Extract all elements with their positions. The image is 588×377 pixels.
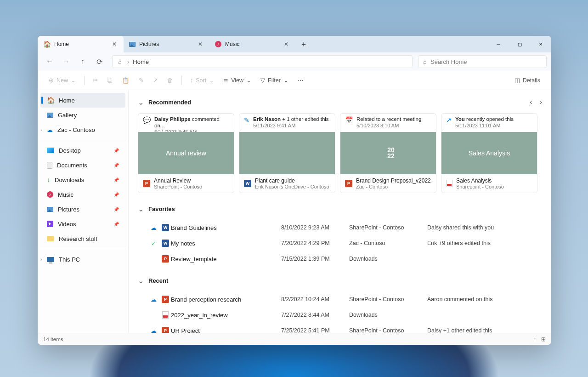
view-button[interactable]: ≣ View ⌄	[220, 74, 255, 87]
powerpoint-icon: P	[345, 180, 352, 187]
search-icon: ⌕	[423, 58, 427, 65]
file-row[interactable]: ☁WBrand Guidelines8/10/2022 9:23 AMShare…	[138, 220, 542, 235]
maximize-button[interactable]: ▢	[509, 36, 530, 52]
chevron-down-icon[interactable]: ⌄	[138, 205, 144, 213]
file-location: SharePoint - Contoso	[349, 327, 427, 333]
recommended-card[interactable]: 💬Daisy Philipps commented on...5/11/2023…	[138, 113, 234, 193]
music-icon: ♪	[215, 41, 221, 47]
card-title: Sales Analysis	[456, 177, 504, 184]
pictures-icon	[47, 207, 53, 212]
next-button[interactable]: ›	[540, 98, 542, 106]
file-row[interactable]: 2022_year_in_review7/27/2022 8:44 AMDown…	[138, 307, 542, 323]
search-input[interactable]: ⌕ Search Home	[418, 55, 547, 68]
pin-icon[interactable]: 📌	[113, 148, 119, 153]
word-icon: W	[162, 224, 169, 231]
pdf-icon	[446, 180, 452, 187]
sort-button[interactable]: ↕ Sort ⌄	[187, 74, 218, 87]
minimize-button[interactable]: ─	[488, 36, 509, 52]
tab-music[interactable]: ♪ Music ✕	[209, 36, 295, 52]
delete-button[interactable]: 🗑	[164, 74, 177, 87]
sidebar-item-research-stuff[interactable]: Research stuff	[40, 231, 125, 246]
pin-icon[interactable]: 📌	[113, 207, 119, 212]
sidebar-item-gallery[interactable]: Gallery	[40, 108, 125, 122]
music-icon: ♪	[47, 191, 53, 198]
chevron-right-icon[interactable]: ›	[40, 257, 42, 262]
file-row[interactable]: ☁PBrand perception research8/2/2022 10:2…	[138, 291, 542, 307]
rename-button[interactable]: ✎	[135, 74, 147, 87]
recommended-card[interactable]: ✎Erik Nason + 1 other edited this5/11/20…	[239, 113, 335, 193]
file-location: SharePoint - Contoso	[349, 296, 427, 303]
pin-icon[interactable]: 📌	[113, 192, 119, 197]
powerpoint-icon: P	[162, 327, 169, 333]
sidebar-item-zac-contoso[interactable]: ›☁Zac - Contoso	[40, 122, 125, 137]
sidebar-item-label: Downloads	[55, 177, 84, 183]
file-location: SharePoint - Contoso	[349, 224, 427, 231]
list-view-button[interactable]: ≡	[533, 336, 537, 343]
pin-icon[interactable]: 📌	[113, 177, 119, 183]
recommended-card[interactable]: 📅Related to a recent meeting5/10/2023 8:…	[340, 113, 436, 193]
tab-pictures[interactable]: Pictures ✕	[124, 36, 209, 52]
refresh-button[interactable]: ⟳	[92, 54, 107, 69]
sidebar: 🏠HomeGallery›☁Zac - Contoso Desktop📌Docu…	[38, 90, 129, 333]
chevron-right-icon[interactable]: ›	[40, 127, 42, 132]
cloud-status-icon: ☁	[151, 224, 157, 231]
sidebar-item-desktop[interactable]: Desktop📌	[40, 143, 125, 158]
cut-button[interactable]: ✂	[89, 74, 102, 87]
new-button[interactable]: ⊕ New ⌄	[45, 74, 79, 87]
label: New	[57, 77, 68, 84]
back-button[interactable]: ←	[42, 54, 57, 69]
filter-button[interactable]: ▽ Filter ⌄	[257, 74, 292, 87]
search-placeholder: Search Home	[430, 58, 467, 65]
view-icon: ≣	[223, 77, 228, 84]
recommended-card[interactable]: ↗You recently opened this5/11/2023 11:01…	[441, 113, 537, 193]
close-icon[interactable]: ✕	[111, 40, 118, 48]
sidebar-item-downloads[interactable]: ↓Downloads📌	[40, 172, 125, 187]
sidebar-item-this-pc[interactable]: ›This PC	[40, 252, 125, 267]
powerpoint-icon: P	[162, 296, 169, 303]
pictures-icon	[47, 113, 53, 118]
cloud-status-icon: ☁	[151, 327, 157, 333]
window-controls: ─ ▢ ✕	[488, 36, 551, 52]
close-icon[interactable]: ✕	[283, 40, 290, 48]
file-row[interactable]: ☁PUR Project7/25/2022 5:41 PMSharePoint …	[138, 323, 542, 333]
tab-label: Music	[225, 41, 239, 47]
sidebar-item-label: Home	[59, 97, 75, 104]
sidebar-item-documents[interactable]: Documents📌	[40, 158, 125, 172]
trash-icon: 🗑	[167, 77, 173, 84]
copy-button[interactable]: ⿻	[103, 74, 117, 87]
file-row[interactable]: ✓WMy notes7/20/2022 4:29 PMZac - Contoso…	[138, 235, 542, 251]
sidebar-item-label: Zac - Contoso	[57, 126, 95, 133]
up-button[interactable]: ↑	[75, 54, 90, 69]
pin-icon[interactable]: 📌	[113, 163, 119, 168]
add-tab-button[interactable]: ＋	[295, 36, 312, 52]
pdf-icon	[162, 311, 169, 319]
close-icon[interactable]: ✕	[197, 40, 204, 48]
card-message: Erik Nason + 1 other edited this	[253, 116, 329, 123]
file-activity: Daisy shared this with you	[427, 224, 494, 231]
prev-button[interactable]: ‹	[530, 98, 532, 106]
forward-button[interactable]: →	[59, 54, 74, 69]
section-header-recommended: ⌄ Recommended ‹ ›	[138, 96, 542, 109]
more-button[interactable]: ⋯	[294, 74, 307, 87]
close-button[interactable]: ✕	[530, 36, 551, 52]
chevron-down-icon[interactable]: ⌄	[138, 276, 144, 285]
file-row[interactable]: PReview_template7/15/2022 1:39 PMDownloa…	[138, 251, 542, 267]
sidebar-item-music[interactable]: ♪Music📌	[40, 187, 125, 202]
card-time: 5/11/2023 9:41 AM	[253, 123, 329, 128]
tab-label: Pictures	[139, 41, 159, 47]
details-pane-button[interactable]: ◫ Details	[511, 74, 544, 87]
sidebar-item-label: Desktop	[59, 147, 81, 154]
sidebar-item-videos[interactable]: Videos📌	[40, 217, 125, 231]
share-button[interactable]: ↗	[149, 74, 162, 87]
sidebar-item-home[interactable]: 🏠Home	[40, 93, 125, 108]
file-name: Brand Guidelines	[171, 224, 281, 231]
grid-view-button[interactable]: ⊞	[541, 336, 546, 343]
section-label: Recent	[148, 277, 168, 284]
section-label: Recommended	[148, 99, 191, 106]
paste-button[interactable]: 📋	[119, 74, 133, 87]
tab-home[interactable]: 🏠 Home ✕	[38, 36, 124, 52]
address-input[interactable]: ⌂ › Home	[112, 55, 413, 68]
chevron-down-icon[interactable]: ⌄	[138, 98, 144, 107]
pin-icon[interactable]: 📌	[113, 222, 119, 227]
sidebar-item-pictures[interactable]: Pictures📌	[40, 202, 125, 217]
